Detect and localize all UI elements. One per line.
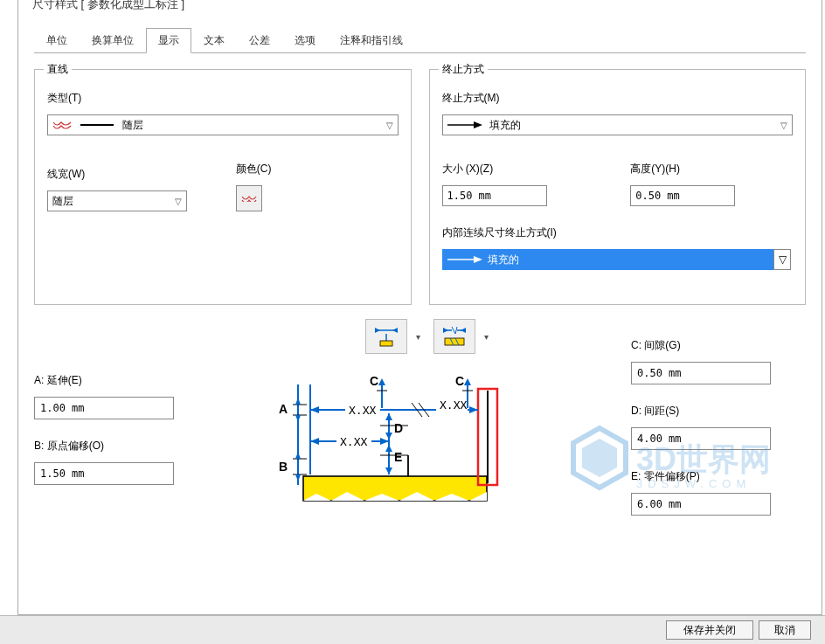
layer-line-icon xyxy=(52,121,72,129)
termination-select[interactable]: 填充的 ▽ xyxy=(442,114,794,135)
linewidth-value: 随层 xyxy=(52,194,73,209)
group-line: 直线 类型(T) 随层 ▽ 线宽(W) xyxy=(34,69,412,305)
dimension-diagram: A B X.XX X.XX xyxy=(268,371,513,511)
cancel-button[interactable]: 取消 xyxy=(759,620,811,640)
label-e: E xyxy=(394,450,402,464)
linewidth-label: 线宽(W) xyxy=(47,167,210,182)
chevron-down-icon: ▾ xyxy=(484,332,489,342)
chevron-down-icon: ▽ xyxy=(386,121,393,130)
dim-mode-button-1[interactable]: ▾ xyxy=(365,319,407,354)
termination-label: 终止方式(M) xyxy=(442,91,794,106)
height-input[interactable] xyxy=(630,185,735,206)
svg-rect-9 xyxy=(380,341,392,346)
svg-marker-7 xyxy=(392,328,398,333)
svg-marker-12 xyxy=(461,328,466,333)
label-c1: C xyxy=(370,374,378,388)
svg-text:X.XX: X.XX xyxy=(440,398,467,412)
tab-annotation[interactable]: 注释和指引线 xyxy=(328,28,415,53)
svg-marker-48 xyxy=(385,433,392,440)
color-swatch-icon xyxy=(241,195,257,202)
svg-marker-50 xyxy=(385,445,392,452)
svg-text:X.XX: X.XX xyxy=(349,404,376,417)
param-e-label: E: 零件偏移(P) xyxy=(631,469,806,484)
svg-marker-51 xyxy=(385,467,392,474)
svg-marker-4 xyxy=(474,256,482,263)
dim-mode-button-2[interactable]: ▾ xyxy=(433,319,475,354)
param-a-input[interactable] xyxy=(34,397,174,419)
svg-rect-14 xyxy=(445,338,464,345)
dim-mode-icon-1 xyxy=(373,325,399,348)
param-c-input[interactable] xyxy=(631,362,771,384)
group-line-legend: 直线 xyxy=(44,62,72,77)
color-button[interactable] xyxy=(236,185,262,211)
type-select[interactable]: 随层 ▽ xyxy=(47,114,399,135)
tab-unit[interactable]: 单位 xyxy=(34,28,80,53)
color-label: 颜色(C) xyxy=(236,162,399,177)
inner-termination-label: 内部连续尺寸终止方式(I) xyxy=(442,225,794,240)
arrow-right-icon xyxy=(447,255,482,264)
param-c-label: C: 间隙(G) xyxy=(631,338,806,353)
type-value: 随层 xyxy=(122,118,143,133)
param-b-label: B: 原点偏移(O) xyxy=(34,439,200,454)
tab-bar: 单位 换算单位 显示 文本 公差 选项 注释和指引线 xyxy=(18,12,822,53)
chevron-down-icon[interactable]: ▽ xyxy=(773,249,791,270)
dialog-title: 尺寸样式 [ 参数化成型工标注 ] xyxy=(18,0,822,12)
svg-marker-6 xyxy=(375,328,380,333)
svg-marker-23 xyxy=(295,415,301,422)
label-d: D xyxy=(394,421,403,435)
chevron-down-icon: ▽ xyxy=(175,197,182,206)
svg-marker-47 xyxy=(385,413,392,420)
tab-convert-unit[interactable]: 换算单位 xyxy=(80,28,146,53)
dim-mode-icon-2 xyxy=(441,325,468,348)
param-b-input[interactable] xyxy=(34,462,174,485)
type-label: 类型(T) xyxy=(47,91,399,106)
param-a-label: A: 延伸(E) xyxy=(34,373,200,388)
save-close-button[interactable]: 保存并关闭 xyxy=(666,620,753,640)
svg-marker-37 xyxy=(380,438,389,445)
dialog-footer: 保存并关闭 取消 xyxy=(0,615,825,644)
svg-marker-26 xyxy=(295,452,301,459)
svg-text:X.XX: X.XX xyxy=(340,435,367,448)
tab-tolerance[interactable]: 公差 xyxy=(237,28,282,53)
arrow-right-icon xyxy=(447,121,482,129)
tab-display[interactable]: 显示 xyxy=(146,28,191,53)
dimension-diagram-svg: A B X.XX X.XX xyxy=(268,371,513,511)
svg-marker-41 xyxy=(378,378,385,385)
height-label: 高度(Y)(H) xyxy=(630,162,793,177)
label-b: B xyxy=(279,460,288,474)
inner-termination-select[interactable]: 填充的 xyxy=(442,249,774,270)
svg-marker-44 xyxy=(464,378,471,385)
param-d-input[interactable] xyxy=(631,427,771,450)
linewidth-select[interactable]: 随层 ▽ xyxy=(47,190,187,211)
param-e-input[interactable] xyxy=(631,493,771,516)
inner-termination-value: 填充的 xyxy=(488,253,519,267)
svg-marker-30 xyxy=(469,406,478,413)
chevron-down-icon: ▾ xyxy=(416,332,420,342)
tab-text[interactable]: 文本 xyxy=(191,28,237,53)
solid-line-icon xyxy=(80,124,114,126)
group-termination-legend: 终止方式 xyxy=(439,62,488,77)
termination-value: 填充的 xyxy=(489,118,521,133)
svg-marker-2 xyxy=(474,121,482,128)
svg-marker-22 xyxy=(295,398,301,405)
size-input[interactable] xyxy=(442,185,547,206)
group-termination: 终止方式 终止方式(M) 填充的 ▽ 大小 (X)(Z) xyxy=(429,69,807,305)
chevron-down-icon: ▽ xyxy=(780,121,787,130)
svg-marker-29 xyxy=(310,406,319,413)
svg-marker-27 xyxy=(295,474,301,481)
param-d-label: D: 间距(S) xyxy=(631,404,806,419)
size-label: 大小 (X)(Z) xyxy=(442,162,605,177)
svg-marker-13 xyxy=(443,328,448,333)
svg-marker-36 xyxy=(310,438,319,445)
tab-options[interactable]: 选项 xyxy=(282,28,328,53)
label-c2: C xyxy=(455,374,464,388)
label-a: A xyxy=(279,402,288,416)
